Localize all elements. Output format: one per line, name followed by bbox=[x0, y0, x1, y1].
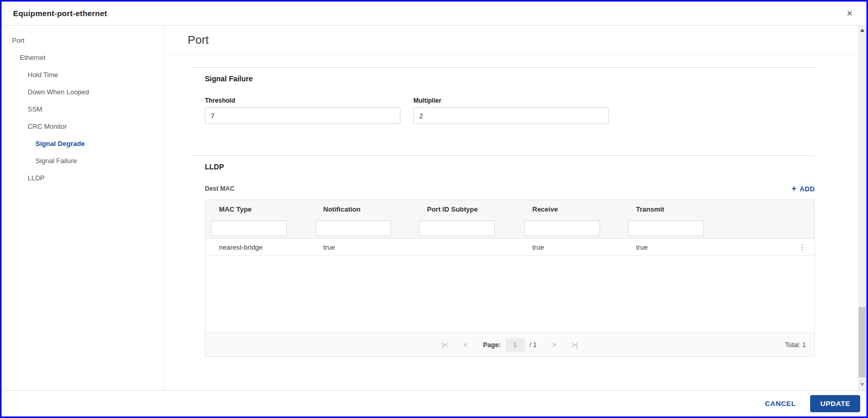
add-button[interactable]: + ADD bbox=[791, 185, 815, 193]
update-button[interactable]: UPDATE bbox=[810, 395, 860, 412]
next-page-icon[interactable]: > bbox=[552, 341, 556, 349]
table-pagination-bar: |< < Page: 1 / 1 > >| Total: 1 bbox=[205, 333, 814, 356]
dest-mac-label: Dest MAC bbox=[205, 185, 235, 192]
sidebar-item-lldp[interactable]: LLDP bbox=[2, 169, 164, 187]
sidebar-item-ethernet[interactable]: Ethernet bbox=[2, 49, 164, 66]
table-row[interactable]: nearest-bridgetruetruetrue⋮ bbox=[205, 239, 814, 256]
last-page-icon[interactable]: >| bbox=[572, 341, 578, 349]
column-header-notification: Notification bbox=[310, 205, 413, 213]
footer-action-bar: CANCEL UPDATE bbox=[2, 390, 866, 416]
table-empty-space bbox=[205, 256, 814, 333]
filter-input-mac-type[interactable] bbox=[211, 220, 287, 236]
sidebar-tree: PortEthernetHold TimeDown When LoopedSSM… bbox=[2, 26, 164, 390]
multiplier-label: Multiplier bbox=[413, 97, 609, 104]
total-count: Total: 1 bbox=[785, 341, 806, 349]
main-content: Port Signal Failure Threshold Multiplier bbox=[164, 26, 858, 390]
cell-receive: true bbox=[519, 243, 622, 251]
vertical-scrollbar[interactable] bbox=[858, 26, 866, 390]
filter-input-receive[interactable] bbox=[524, 220, 600, 236]
add-button-label: ADD bbox=[800, 185, 815, 193]
sidebar-item-down-when-looped[interactable]: Down When Looped bbox=[2, 83, 164, 101]
sidebar-item-signal-degrade[interactable]: Signal Degrade bbox=[2, 135, 164, 152]
cell-notification: true bbox=[310, 243, 413, 251]
section-title-signal-failure: Signal Failure bbox=[205, 68, 815, 83]
content-header: Port bbox=[164, 26, 858, 55]
filter-input-notification[interactable] bbox=[315, 220, 391, 236]
first-page-icon[interactable]: |< bbox=[442, 341, 448, 349]
scrollbar-thumb[interactable] bbox=[859, 307, 866, 377]
row-actions-kebab-icon[interactable]: ⋮ bbox=[799, 243, 806, 251]
sidebar-item-port[interactable]: Port bbox=[2, 32, 164, 49]
window-title: Equipment-port-ethernet bbox=[13, 9, 107, 18]
dest-mac-table: MAC TypeNotificationPort ID SubtypeRecei… bbox=[205, 200, 815, 357]
sidebar-item-hold-time[interactable]: Hold Time bbox=[2, 66, 164, 83]
plus-icon: + bbox=[791, 185, 796, 193]
cell-transmit: true bbox=[622, 243, 727, 251]
section-signal-failure: Signal Failure Threshold Multiplier bbox=[192, 67, 815, 124]
table-filter-row bbox=[205, 218, 814, 239]
column-header-receive: Receive bbox=[519, 205, 622, 213]
sidebar-item-crc-monitor[interactable]: CRC Monitor bbox=[2, 118, 164, 135]
filter-input-port-id-subtype[interactable] bbox=[419, 220, 495, 236]
section-lldp: LLDP Dest MAC + ADD MAC TypeNotification… bbox=[192, 155, 815, 357]
pagination-controls: |< < Page: 1 / 1 > >| bbox=[442, 338, 578, 352]
sidebar-item-signal-failure[interactable]: Signal Failure bbox=[2, 152, 164, 169]
scroll-down-icon[interactable] bbox=[860, 383, 864, 386]
sidebar-item-ssm[interactable]: SSM bbox=[2, 101, 164, 118]
column-header-mac-type: MAC Type bbox=[205, 205, 310, 213]
equipment-port-ethernet-modal: Equipment-port-ethernet ✕ PortEthernetHo… bbox=[0, 0, 868, 418]
page-number-input[interactable]: 1 bbox=[506, 338, 525, 352]
modal-body: PortEthernetHold TimeDown When LoopedSSM… bbox=[2, 26, 866, 390]
threshold-field: Threshold bbox=[205, 97, 400, 124]
section-title-lldp: LLDP bbox=[205, 156, 815, 171]
titlebar: Equipment-port-ethernet ✕ bbox=[2, 2, 866, 26]
table-header-row: MAC TypeNotificationPort ID SubtypeRecei… bbox=[205, 200, 814, 218]
filter-input-transmit[interactable] bbox=[628, 220, 704, 236]
cell-mac-type: nearest-bridge bbox=[205, 243, 310, 251]
signal-failure-fields: Threshold Multiplier bbox=[205, 97, 815, 124]
page-title: Port bbox=[188, 33, 209, 47]
multiplier-field: Multiplier bbox=[413, 97, 609, 124]
page-indicator: Page: 1 / 1 bbox=[483, 338, 537, 352]
column-header-port-id-subtype: Port ID Subtype bbox=[413, 205, 519, 213]
cancel-button[interactable]: CANCEL bbox=[765, 400, 796, 408]
prev-page-icon[interactable]: < bbox=[463, 341, 468, 349]
threshold-input[interactable] bbox=[205, 107, 400, 124]
column-header-transmit: Transmit bbox=[622, 205, 727, 213]
dest-mac-header-row: Dest MAC + ADD bbox=[205, 185, 815, 193]
page-label: Page: bbox=[483, 341, 501, 349]
content-scroll-area: Signal Failure Threshold Multiplier LLD bbox=[164, 55, 858, 390]
threshold-label: Threshold bbox=[205, 97, 400, 104]
page-total-label: / 1 bbox=[530, 341, 537, 349]
multiplier-input[interactable] bbox=[413, 107, 609, 124]
close-icon[interactable]: ✕ bbox=[844, 7, 855, 19]
scroll-up-icon[interactable] bbox=[860, 29, 864, 32]
